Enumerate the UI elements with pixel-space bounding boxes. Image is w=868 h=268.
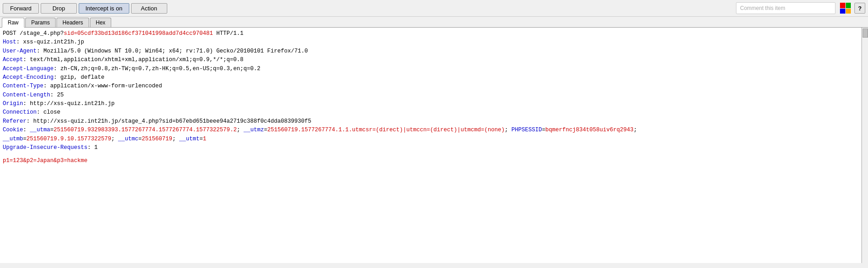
header-user-agent: User-Agent: Mozilla/5.0 (Windows NT 10.0…: [3, 47, 859, 56]
header-upgrade: Upgrade-Insecure-Requests: 1: [3, 144, 859, 152]
header-accept-language: Accept-Language: zh-CN,zh;q=0.8,zh-TW;q=…: [3, 65, 859, 73]
header-content-length: Content-Length: 25: [3, 91, 859, 100]
header-connection: Connection: close: [3, 108, 859, 117]
color-squares-icon[interactable]: [840, 3, 851, 14]
header-referer: Referer: http://xss-quiz.int21h.jp/stage…: [3, 117, 859, 126]
header-host: Host: xss-quiz.int21h.jp: [3, 38, 859, 47]
scrollbar[interactable]: [862, 28, 868, 263]
tab-hex[interactable]: Hex: [90, 18, 111, 27]
tabs-bar: Raw Params Headers Hex: [0, 17, 868, 28]
help-button[interactable]: ?: [854, 3, 865, 14]
forward-button[interactable]: Forward: [3, 3, 39, 14]
request-panel[interactable]: POST /stage_4.php?sid=05cdf33bd13d186cf3…: [0, 28, 862, 263]
tab-params[interactable]: Params: [25, 18, 56, 27]
header-accept: Accept: text/html,application/xhtml+xml,…: [3, 56, 859, 64]
tab-raw[interactable]: Raw: [2, 18, 24, 28]
comment-input[interactable]: [736, 2, 835, 14]
request-body: p1=123&p2=Japan&p3=hackme: [3, 157, 859, 165]
header-accept-encoding: Accept-Encoding: gzip, deflate: [3, 73, 859, 82]
action-button[interactable]: Action: [131, 3, 167, 14]
scrollbar-thumb[interactable]: [863, 29, 868, 38]
intercept-button[interactable]: Intercept is on: [79, 3, 129, 14]
toolbar: Forward Drop Intercept is on Action ?: [0, 0, 868, 17]
header-content-type: Content-Type: application/x-www-form-url…: [3, 82, 859, 91]
drop-button[interactable]: Drop: [41, 3, 77, 14]
header-cookie: Cookie: __utma=251560719.932983393.15772…: [3, 126, 859, 144]
header-origin: Origin: http://xss-quiz.int21h.jp: [3, 100, 859, 108]
tab-headers[interactable]: Headers: [57, 18, 89, 27]
body-separator: [3, 152, 859, 157]
content-area: POST /stage_4.php?sid=05cdf33bd13d186cf3…: [0, 28, 868, 263]
request-line: POST /stage_4.php?sid=05cdf33bd13d186cf3…: [3, 29, 859, 38]
